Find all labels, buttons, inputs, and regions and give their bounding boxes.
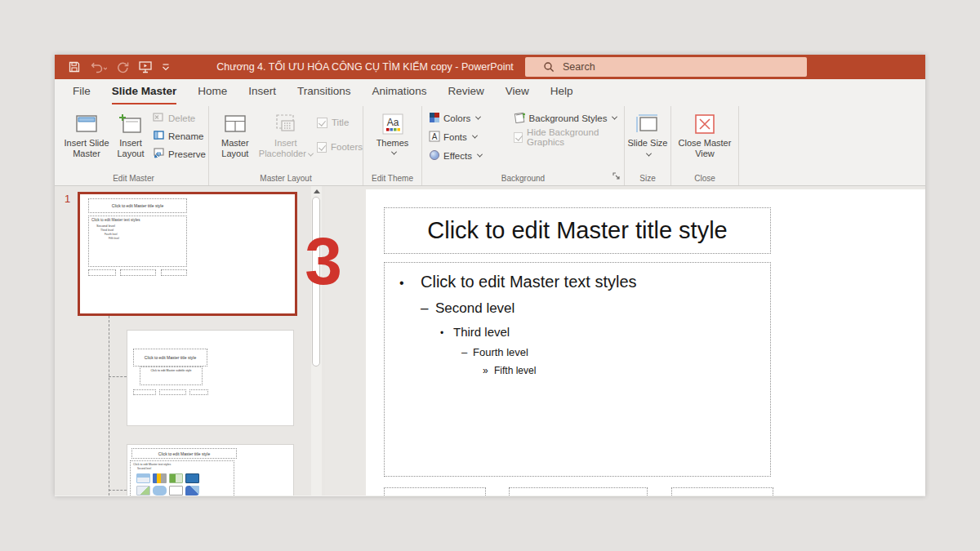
redo-icon[interactable] [116, 60, 129, 73]
insert-layout-icon [118, 110, 143, 138]
quick-access-toolbar [68, 55, 170, 79]
group-edit-master: Insert Slide Master Insert Layout Delete [59, 106, 209, 185]
master-layout-icon [223, 110, 247, 138]
background-styles-button[interactable]: Background Styles [514, 111, 624, 125]
save-icon[interactable] [68, 60, 81, 73]
footer-placeholder[interactable] [509, 487, 648, 495]
tab-slide-master[interactable]: Slide Master [101, 79, 188, 104]
undo-icon[interactable] [90, 60, 107, 73]
title-content-layout-thumbnail[interactable]: Click to edit Master title style Click t… [127, 444, 294, 495]
insert-layout-button[interactable]: Insert Layout [111, 108, 150, 170]
video-icon [169, 486, 183, 495]
background-group-label: Background [422, 174, 624, 183]
themes-button[interactable]: Aa Themes [369, 108, 416, 170]
insert-slide-master-icon [74, 110, 99, 138]
thumb-subtitle-placeholder: Click to edit Master subtitle style [140, 367, 203, 385]
thumb-slidenumber-placeholder [189, 389, 208, 395]
picture-icon [136, 486, 150, 495]
tab-view[interactable]: View [495, 79, 540, 104]
insert-placeholder-icon [274, 110, 298, 138]
edit-theme-group-label: Edit Theme [363, 174, 421, 183]
checkbox-checked-icon [317, 118, 327, 128]
footers-checkbox[interactable]: Footers [317, 140, 363, 153]
colors-button[interactable]: Colors [429, 111, 514, 125]
person-icon [185, 486, 199, 495]
tab-animations[interactable]: Animations [362, 79, 438, 104]
title-slide-layout-thumbnail[interactable]: Click to edit Master title style Click t… [127, 330, 294, 426]
preserve-button[interactable]: Preserve [153, 147, 207, 161]
customize-qat-icon[interactable] [162, 62, 170, 72]
chevron-down-icon [475, 114, 481, 120]
bullet-level-1: •Click to edit Master text styles [399, 273, 770, 291]
chevron-down-icon [612, 114, 617, 120]
thumb-body-placeholder: Click to edit Master text styles Second … [130, 460, 234, 495]
background-styles-icon [514, 112, 526, 125]
group-edit-theme: Aa Themes Edit Theme [363, 106, 422, 185]
close-master-view-button[interactable]: Close Master View [673, 108, 737, 170]
search-icon [543, 61, 555, 73]
svg-text:A: A [432, 132, 438, 141]
thumb-footer-placeholder [159, 389, 186, 395]
group-background: Colors A Fonts Effects Background Styles [422, 106, 625, 185]
title-placeholder[interactable]: Click to edit Master title style [384, 207, 771, 254]
scrollbar-up-icon[interactable] [311, 186, 322, 197]
tab-review[interactable]: Review [437, 79, 494, 104]
insert-slide-master-button[interactable]: Insert Slide Master [62, 108, 111, 170]
rename-button[interactable]: Rename [153, 129, 207, 143]
delete-icon [153, 112, 165, 124]
layout-connector-line [109, 376, 127, 377]
tab-help[interactable]: Help [540, 79, 584, 104]
master-layout-button[interactable]: Master Layout [216, 108, 255, 170]
slide-size-button[interactable]: Slide Size [626, 108, 669, 170]
thumb-slidenumber-placeholder [161, 269, 187, 276]
close-group-label: Close [671, 174, 738, 183]
slide-master-canvas: Click to edit Master title style •Click … [366, 189, 925, 495]
chevron-down-icon [308, 151, 314, 157]
theme-effects-icon [429, 149, 440, 162]
thumb-title-placeholder: Click to edit Master title style [131, 448, 237, 459]
hide-background-graphics-checkbox[interactable]: Hide Background Graphics [514, 131, 624, 144]
slide-number: 1 [65, 193, 70, 205]
search-input[interactable]: Search [525, 57, 807, 77]
bullet-level-3: •Third level [440, 325, 770, 339]
window-title: Chương 4. TỐI ƯU HÓA CÔNG CỤ TÌM KIẾM co… [202, 55, 528, 79]
bullet-level-2: –Second level [421, 300, 770, 317]
thumb-date-placeholder [133, 389, 156, 395]
bullet-level-5: »Fifth level [483, 365, 770, 376]
powerpoint-window: Chương 4. TỐI ƯU HÓA CÔNG CỤ TÌM KIẾM co… [55, 55, 925, 496]
tab-insert[interactable]: Insert [238, 79, 287, 104]
dialog-launcher-icon[interactable] [612, 172, 621, 182]
title-checkbox[interactable]: Title [317, 116, 363, 129]
slide-thumbnail-pane: 1 Click to edit Master title style Click… [55, 186, 325, 495]
chevron-down-icon [390, 149, 396, 155]
preserve-icon [153, 148, 165, 160]
thumb-title-placeholder: Click to edit Master title style [88, 198, 187, 213]
fonts-button[interactable]: A Fonts [429, 130, 514, 144]
table-icon [136, 473, 150, 483]
group-size: Slide Size Size [625, 106, 671, 185]
search-placeholder: Search [563, 61, 595, 73]
tab-home[interactable]: Home [187, 79, 238, 104]
date-placeholder[interactable] [384, 487, 486, 495]
thumb-date-placeholder [88, 269, 116, 276]
delete-button[interactable]: Delete [153, 111, 207, 125]
themes-icon: Aa [381, 110, 404, 138]
effects-button[interactable]: Effects [429, 149, 514, 162]
tab-file[interactable]: File [62, 79, 101, 104]
theme-fonts-icon: A [429, 131, 440, 144]
master-slide-thumbnail[interactable]: Click to edit Master title style Click t… [78, 192, 297, 316]
workspace: 1 Click to edit Master title style Click… [55, 186, 925, 495]
title-bar: Chương 4. TỐI ƯU HÓA CÔNG CỤ TÌM KIẾM co… [55, 55, 925, 79]
start-slideshow-icon[interactable] [138, 60, 153, 73]
chevron-down-icon [477, 152, 483, 158]
ribbon-tabs: File Slide Master Home Insert Transition… [55, 79, 925, 104]
tab-transitions[interactable]: Transitions [287, 79, 362, 104]
slide-editing-area: Click to edit Master title style •Click … [325, 186, 925, 495]
body-placeholder[interactable]: •Click to edit Master text styles –Secon… [384, 262, 771, 477]
svg-text:Aa: Aa [386, 117, 399, 128]
cloud-icon [153, 486, 167, 495]
ribbon: Insert Slide Master Insert Layout Delete [55, 104, 925, 186]
slide-number-placeholder[interactable] [671, 487, 773, 495]
group-close: Close Master View Close [671, 106, 739, 185]
insert-placeholder-button[interactable]: Insert Placeholder [255, 108, 317, 170]
